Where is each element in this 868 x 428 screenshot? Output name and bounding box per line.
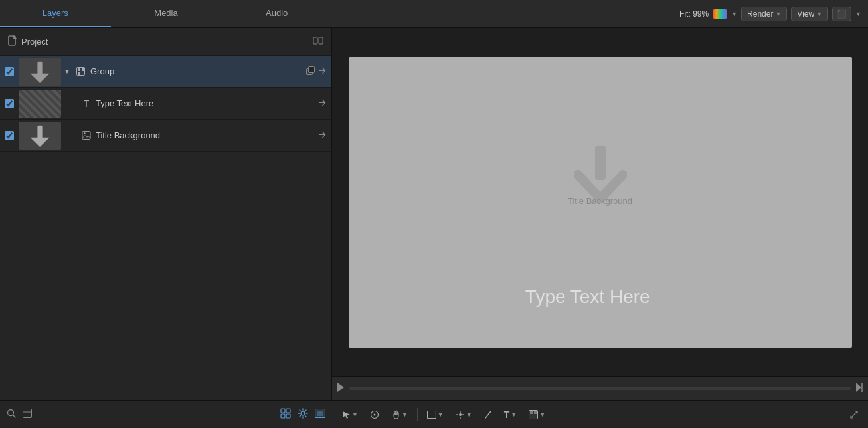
svg-marker-12 <box>31 137 50 146</box>
view-chevron-icon: ▼ <box>816 11 822 17</box>
layer-link3-icon[interactable] <box>317 130 326 140</box>
transform-tool-button[interactable]: ▼ <box>453 409 475 421</box>
hand-tool-chevron: ▼ <box>402 411 408 418</box>
titlebg-layer-icon <box>80 131 93 140</box>
visibility-checkbox[interactable] <box>5 67 14 76</box>
tab-group: Layers Media Audio <box>0 0 332 27</box>
view-button[interactable]: View ▼ <box>791 7 828 21</box>
svg-line-16 <box>13 415 16 418</box>
rect-tool-chevron: ▼ <box>438 411 444 418</box>
svg-rect-19 <box>281 409 285 413</box>
right-area: Title Background Type Text Here ▼ <box>332 28 868 428</box>
arrow-tool-button[interactable]: ▼ <box>339 409 361 421</box>
layer-link2-icon[interactable] <box>317 98 326 108</box>
project-action-icon[interactable] <box>313 36 323 47</box>
bottom-toolbar-left <box>0 400 332 428</box>
tab-audio-label: Audio <box>266 8 288 18</box>
layer-name-text: Type Text Here <box>93 98 317 108</box>
timeline-track[interactable] <box>349 387 851 390</box>
svg-line-39 <box>485 411 491 418</box>
svg-marker-4 <box>31 73 50 82</box>
svg-rect-17 <box>23 409 32 418</box>
top-bar-controls: Fit: 99% 99% ▼ Render ▼ View ▼ ⬛ ▼ <box>679 0 868 27</box>
svg-marker-30 <box>343 411 350 419</box>
svg-rect-22 <box>286 414 290 418</box>
layer-row[interactable]: T Type Text Here <box>0 88 331 120</box>
project-icon <box>8 35 17 48</box>
tab-media-label: Media <box>154 8 177 18</box>
svg-rect-11 <box>37 125 42 138</box>
tab-layers[interactable]: Layers <box>0 0 111 27</box>
tab-media[interactable]: Media <box>111 0 222 27</box>
layer-row[interactable]: Title Background <box>0 120 331 152</box>
search-button[interactable] <box>7 409 16 420</box>
view-label: View <box>797 9 814 19</box>
export-button[interactable] <box>315 409 325 420</box>
transform-tool-chevron: ▼ <box>466 411 472 418</box>
grid-view-button[interactable] <box>280 408 291 421</box>
toolbar-separator <box>417 408 418 421</box>
hand-tool-button[interactable]: ▼ <box>389 409 410 421</box>
layer-visibility-checkbox-titlebg[interactable] <box>0 131 19 140</box>
effects-tool-button[interactable]: ▼ <box>526 409 548 421</box>
group-layer-icon <box>74 67 88 76</box>
svg-rect-41 <box>530 411 533 414</box>
orbit-tool-button[interactable] <box>367 409 382 421</box>
svg-rect-1 <box>313 37 317 44</box>
expand-icon-group[interactable]: ▼ <box>64 68 74 75</box>
color-palette-icon[interactable] <box>713 9 727 19</box>
color-chevron-icon[interactable]: ▼ <box>731 11 737 17</box>
canvas-title-bg-label: Title Background <box>568 196 632 206</box>
layer-thumbnail-group <box>19 58 61 86</box>
svg-rect-20 <box>286 409 290 413</box>
layer-link-icon[interactable] <box>317 66 326 76</box>
canvas-arrow-icon <box>574 144 627 204</box>
layer-visibility-checkbox-group[interactable] <box>0 67 19 76</box>
svg-rect-10 <box>309 67 315 73</box>
layer-name-group: Group <box>88 66 306 76</box>
svg-point-23 <box>301 411 305 415</box>
layer-visibility-checkbox-text[interactable] <box>0 99 19 108</box>
svg-rect-33 <box>427 411 436 418</box>
canvas-content: Title Background Type Text Here <box>349 57 852 348</box>
svg-rect-25 <box>317 411 323 416</box>
layer-list: ▼ Group <box>0 56 331 400</box>
bottom-toolbar-right: ▼ ▼ ▼ ▼ <box>332 400 868 428</box>
render-label: Render <box>747 9 773 19</box>
render-button[interactable]: Render ▼ <box>741 7 787 21</box>
svg-point-34 <box>459 413 462 416</box>
tab-audio[interactable]: Audio <box>221 0 332 27</box>
text-tool-button[interactable]: T ▼ <box>501 408 519 421</box>
visibility-checkbox[interactable] <box>5 131 14 140</box>
layer-row[interactable]: ▼ Group <box>0 56 331 88</box>
rect-tool-button[interactable]: ▼ <box>424 409 446 420</box>
layer-copy-icon[interactable] <box>306 66 315 76</box>
timeline-bar <box>332 376 868 400</box>
layer-actions-text <box>317 98 326 108</box>
fit-label: Fit: 99% <box>679 9 709 19</box>
svg-rect-26 <box>595 146 606 180</box>
timeline-playhead-icon[interactable] <box>337 383 344 394</box>
fit-value[interactable]: 99% <box>693 9 709 19</box>
panel-chevron-icon[interactable]: ▼ <box>855 11 861 17</box>
svg-rect-2 <box>319 37 323 44</box>
effects-tool-chevron: ▼ <box>539 411 545 418</box>
project-row[interactable]: Project <box>0 28 331 56</box>
render-chevron-icon: ▼ <box>775 11 781 17</box>
panel-view-button[interactable] <box>23 409 32 420</box>
svg-rect-21 <box>281 414 285 418</box>
layer-actions-group <box>306 66 326 76</box>
canvas-viewport[interactable]: Title Background Type Text Here <box>332 28 868 376</box>
layer-thumbnail-titlebg <box>19 122 61 150</box>
svg-rect-42 <box>534 411 537 414</box>
settings-button[interactable] <box>298 408 308 421</box>
panel-toggle-button[interactable]: ⬛ <box>832 7 851 21</box>
resize-icon-button[interactable] <box>847 409 861 421</box>
draw-tool-button[interactable] <box>481 409 495 421</box>
text-layer-icon: T <box>80 98 93 109</box>
text-tool-chevron: ▼ <box>511 411 517 418</box>
svg-marker-29 <box>856 383 861 392</box>
timeline-end-icon[interactable] <box>856 383 863 394</box>
svg-point-32 <box>373 413 375 415</box>
visibility-checkbox[interactable] <box>5 99 14 108</box>
